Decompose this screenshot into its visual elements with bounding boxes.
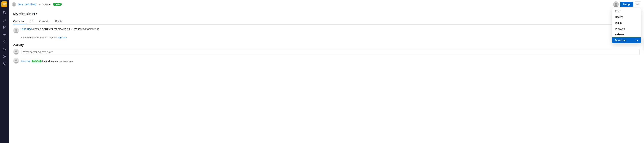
svg-point-11 xyxy=(14,62,18,64)
sidebar-item-branches[interactable] xyxy=(1,24,8,31)
sidebar-item-code[interactable] xyxy=(1,46,8,52)
menu-item-delete[interactable]: Delete xyxy=(612,20,641,26)
activity-log-item: Jane Doe OPENED the pull request A momen… xyxy=(13,58,640,64)
activity-author-name[interactable]: Jane Doe xyxy=(21,60,31,62)
tab-diff[interactable]: Diff xyxy=(27,18,36,24)
pr-tabs: Overview Diff Commits Builds xyxy=(13,18,640,24)
svg-point-3 xyxy=(12,5,15,6)
activity-action-text: the pull request xyxy=(42,60,58,62)
svg-point-8 xyxy=(15,50,17,52)
activity-log-text: Jane Doe OPENED the pull request A momen… xyxy=(21,60,74,62)
no-desc-text: No description for this pull request. xyxy=(21,36,57,39)
opened-badge: OPENED xyxy=(32,60,42,62)
menu-item-edit[interactable]: Edit xyxy=(612,8,641,14)
merge-button[interactable]: Merge xyxy=(620,2,634,7)
svg-point-1 xyxy=(4,56,5,57)
pr-status-badge: OPEN xyxy=(53,3,62,6)
main-content: basic_branching → master OPEN Merge ••• … xyxy=(9,0,644,143)
breadcrumb-arrow: → xyxy=(38,3,41,6)
sidebar-item-git[interactable] xyxy=(1,53,8,60)
sidebar: ⌨ xyxy=(0,0,9,143)
dropdown-menu: Edit Decline Delete Unwatch Rebase Downl… xyxy=(612,8,641,44)
menu-item-rebase[interactable]: Rebase xyxy=(612,32,641,38)
svg-point-10 xyxy=(15,60,17,61)
pr-action-text: created a pull request xyxy=(32,28,57,30)
tab-builds[interactable]: Builds xyxy=(52,18,65,24)
svg-point-5 xyxy=(614,5,618,7)
pr-meta-section: Jane Doe created a pull request created … xyxy=(13,28,640,34)
commenter-avatar xyxy=(13,49,19,55)
branch-name[interactable]: master xyxy=(43,3,51,6)
activity-label: Activity xyxy=(13,44,640,47)
chevron-right-icon: ▶ xyxy=(636,40,638,42)
svg-point-7 xyxy=(14,31,18,33)
content-area: My simple PR Overview Diff Commits Build… xyxy=(9,9,644,143)
pr-author-name[interactable]: Jane Doe xyxy=(21,28,32,30)
user-avatar-header-right xyxy=(613,2,619,7)
download-label: Download xyxy=(615,39,626,42)
tab-commits[interactable]: Commits xyxy=(36,18,52,24)
sidebar-item-source[interactable] xyxy=(1,17,8,23)
more-dots-icon: ••• xyxy=(636,3,640,6)
activity-author-avatar xyxy=(13,58,19,64)
pr-action: created a pull request xyxy=(58,28,83,30)
sidebar-item-commits[interactable] xyxy=(1,31,8,38)
sidebar-item-compare[interactable] xyxy=(1,39,8,45)
sidebar-item-fork[interactable] xyxy=(1,60,8,67)
menu-item-unwatch[interactable]: Unwatch xyxy=(612,26,641,32)
app-logo[interactable]: ⌨ xyxy=(2,2,7,7)
more-options-button[interactable]: ••• xyxy=(635,2,641,7)
svg-point-4 xyxy=(615,3,617,5)
tab-overview[interactable]: Overview xyxy=(13,18,27,24)
download-container: Download ▶ .patch .diff xyxy=(612,38,641,43)
header-bar: basic_branching → master OPEN Merge ••• xyxy=(9,0,644,9)
pr-title: My simple PR xyxy=(13,12,640,16)
repo-name[interactable]: basic_branching xyxy=(18,3,36,6)
author-avatar-header xyxy=(12,2,16,6)
svg-point-6 xyxy=(15,29,17,31)
menu-item-decline[interactable]: Decline xyxy=(612,14,641,20)
pr-description: No description for this pull request. Ad… xyxy=(21,36,640,39)
comment-box xyxy=(13,49,640,55)
logo-icon: ⌨ xyxy=(2,3,6,6)
pr-time: A moment ago xyxy=(83,28,99,30)
pr-meta-text: Jane Doe created a pull request created … xyxy=(21,28,99,30)
author-avatar xyxy=(13,28,19,34)
add-description-link[interactable]: Add one xyxy=(58,36,67,39)
svg-point-9 xyxy=(14,53,18,54)
sidebar-item-pull-requests[interactable] xyxy=(1,10,8,16)
comment-input[interactable] xyxy=(21,49,640,55)
activity-time: A moment ago xyxy=(59,60,74,62)
menu-item-download[interactable]: Download ▶ xyxy=(612,38,641,43)
svg-point-2 xyxy=(13,3,14,5)
